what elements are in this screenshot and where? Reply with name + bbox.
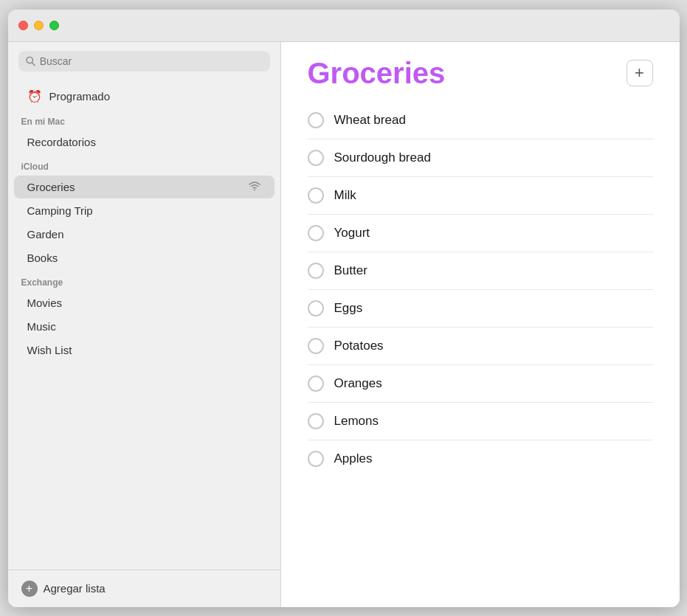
list-item: Oranges [308, 365, 653, 403]
add-list-label: Agregar lista [44, 582, 106, 595]
item-text: Oranges [334, 376, 382, 391]
svg-point-2 [254, 189, 255, 190]
list-item: Butter [308, 252, 653, 290]
sidebar-item-programado[interactable]: ⏰ Programado [14, 84, 275, 108]
item-text: Milk [334, 188, 356, 203]
wifi-icon [248, 181, 261, 193]
list-item: Lemons [308, 403, 653, 440]
sidebar-item-label: Movies [27, 297, 261, 309]
svg-line-1 [32, 62, 35, 65]
add-item-button[interactable]: + [626, 60, 653, 86]
sidebar-item-wish-list[interactable]: Wish List [14, 339, 275, 361]
titlebar [8, 10, 680, 42]
list-item: Apples [308, 440, 653, 477]
item-checkbox-apples[interactable] [308, 451, 324, 467]
sidebar-item-music[interactable]: Music [14, 315, 275, 338]
item-checkbox-eggs[interactable] [308, 300, 324, 316]
sidebar-item-groceries[interactable]: Groceries [14, 176, 275, 198]
item-text: Eggs [334, 301, 363, 316]
item-checkbox-lemons[interactable] [308, 413, 324, 429]
sidebar-content: ⏰ Programado En mi Mac Recordatorios iCl… [8, 80, 280, 570]
sidebar-item-movies[interactable]: Movies [14, 291, 275, 314]
item-text: Yogurt [334, 226, 370, 240]
list-item: Wheat bread [308, 102, 653, 139]
main-header: Groceries + [281, 42, 680, 102]
section-header-en-mi-mac: En mi Mac [8, 109, 280, 130]
list-item: Yogurt [308, 215, 653, 252]
search-bar [8, 42, 280, 80]
sidebar: ⏰ Programado En mi Mac Recordatorios iCl… [8, 42, 281, 607]
search-input[interactable] [40, 55, 263, 67]
sidebar-item-camping-trip[interactable]: Camping Trip [14, 199, 275, 222]
items-list: Wheat bread Sourdough bread Milk Yogurt [281, 102, 680, 607]
sidebar-item-label: Groceries [27, 181, 241, 193]
item-checkbox-yogurt[interactable] [308, 225, 324, 241]
clock-icon: ⏰ [27, 89, 42, 103]
item-text: Potatoes [334, 339, 384, 353]
item-checkbox-milk[interactable] [308, 187, 324, 204]
maximize-button[interactable] [49, 21, 59, 30]
sidebar-item-label: Recordatorios [27, 136, 261, 148]
sidebar-item-label: Camping Trip [27, 204, 261, 217]
search-icon [26, 56, 35, 66]
item-checkbox-butter[interactable] [308, 263, 324, 279]
minimize-button[interactable] [34, 21, 44, 30]
item-text: Sourdough bread [334, 150, 431, 165]
sidebar-item-label: Books [27, 252, 261, 264]
sidebar-item-label: Wish List [27, 344, 261, 356]
item-checkbox-wheat-bread[interactable] [308, 112, 324, 128]
main-window: ⏰ Programado En mi Mac Recordatorios iCl… [8, 10, 680, 607]
close-button[interactable] [18, 21, 28, 30]
sidebar-item-label: Garden [27, 228, 261, 240]
item-text: Lemons [334, 414, 379, 429]
list-title: Groceries [308, 57, 446, 90]
list-item: Milk [308, 177, 653, 215]
section-header-exchange: Exchange [8, 270, 280, 291]
item-text: Butter [334, 263, 367, 278]
main-panel: Groceries + Wheat bread Sourdough bread … [281, 42, 680, 607]
item-text: Wheat bread [334, 113, 406, 128]
sidebar-item-books[interactable]: Books [14, 246, 275, 269]
content-area: ⏰ Programado En mi Mac Recordatorios iCl… [8, 42, 680, 607]
item-text: Apples [334, 451, 373, 466]
item-checkbox-potatoes[interactable] [308, 338, 324, 354]
list-item: Potatoes [308, 328, 653, 365]
list-item: Eggs [308, 290, 653, 328]
search-input-wrapper[interactable] [18, 51, 270, 72]
list-item: Sourdough bread [308, 139, 653, 177]
item-checkbox-oranges[interactable] [308, 376, 324, 392]
sidebar-item-label: Programado [49, 90, 261, 103]
sidebar-item-recordatorios[interactable]: Recordatorios [14, 131, 275, 153]
item-checkbox-sourdough-bread[interactable] [308, 150, 324, 166]
traffic-lights [18, 21, 59, 30]
section-header-icloud: iCloud [8, 154, 280, 175]
sidebar-item-label: Music [27, 320, 261, 333]
sidebar-item-garden[interactable]: Garden [14, 223, 275, 246]
add-list-icon: + [21, 581, 38, 597]
add-list-button[interactable]: + Agregar lista [8, 570, 280, 607]
